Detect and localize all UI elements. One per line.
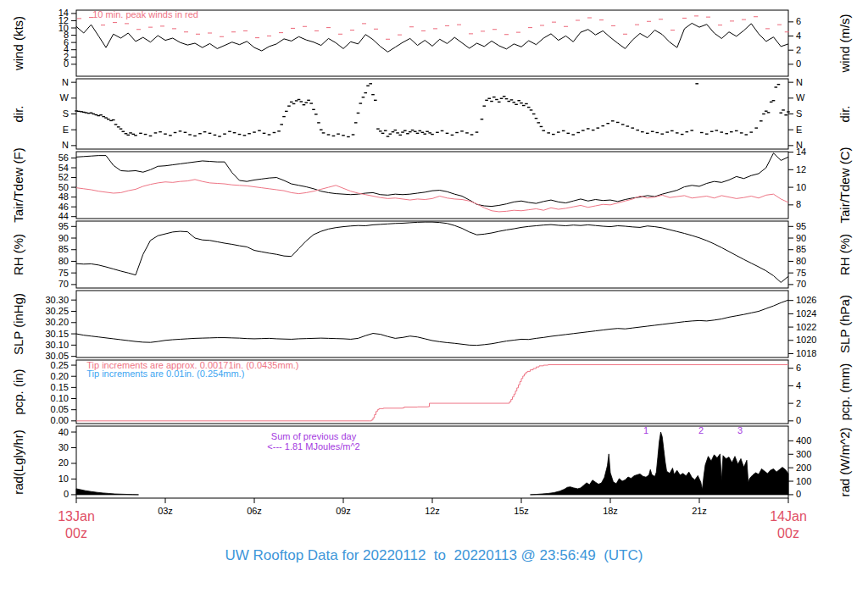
right-tick-label: 1026 xyxy=(796,295,816,305)
axis-title-right-rh: RH (%) xyxy=(837,234,852,275)
left-tick-label: 30.10 xyxy=(45,340,69,350)
annotation-rad: <--- 1.81 MJoules/m^2 xyxy=(267,441,359,452)
right-tick-label: 100 xyxy=(796,476,811,486)
right-tick-label: 1020 xyxy=(796,335,816,345)
right-tick-label: 14 xyxy=(796,147,806,157)
left-tick-label: W xyxy=(60,92,70,103)
chart-svg: 024681012140246wind (kts)wind (m/s)10 mi… xyxy=(0,0,868,546)
x-tick-label: 21z xyxy=(692,506,707,516)
x-tick-label: 12z xyxy=(425,506,440,516)
left-tick-label: 56 xyxy=(58,152,69,163)
panel-rad: 0102030400100200300400rad(Lgly/hr)rad (W… xyxy=(11,425,852,499)
left-tick-label: 14 xyxy=(58,8,69,18)
right-tick-label: W xyxy=(796,92,805,103)
axis-title-right-rad: rad (W/m^2) xyxy=(837,427,852,496)
left-tick-label: 0.10 xyxy=(51,393,69,403)
left-tick-label: 0 xyxy=(64,489,69,499)
x-date-label: 00z xyxy=(65,526,87,540)
annotation-rad: 1 xyxy=(643,425,648,435)
axis-title-right-temp: Tair/Tdew (C) xyxy=(837,147,852,223)
left-tick-label: 0.20 xyxy=(51,371,69,381)
x-date-label: 00z xyxy=(777,526,799,540)
left-tick-label: 30.25 xyxy=(45,306,69,316)
left-tick-label: 0.00 xyxy=(51,415,69,425)
annotation-rad: 2 xyxy=(698,425,704,435)
right-tick-label: 6 xyxy=(796,363,801,373)
panel-border xyxy=(76,79,788,149)
wind-avg-line xyxy=(76,23,788,52)
right-tick-label: 200 xyxy=(796,463,811,473)
right-tick-label: 0 xyxy=(796,58,801,69)
left-tick-label: 30.30 xyxy=(45,295,69,305)
right-tick-label: 90 xyxy=(796,233,806,243)
left-tick-label: 30.15 xyxy=(45,329,69,339)
right-tick-label: 75 xyxy=(796,268,806,278)
axis-title-right-wind: wind (m/s) xyxy=(837,14,852,73)
right-tick-label: 2 xyxy=(796,45,801,55)
right-tick-label: 0 xyxy=(796,489,801,499)
left-tick-label: 0.05 xyxy=(51,404,69,414)
left-tick-label: 85 xyxy=(58,244,69,254)
right-tick-label: 6 xyxy=(796,16,801,26)
annotation-rad: 3 xyxy=(737,425,743,435)
x-date-label: 13Jan xyxy=(58,509,95,524)
wind-peak-dashes xyxy=(77,16,789,39)
axis-title-right-slp: SLP (hPa) xyxy=(837,295,852,353)
panel-border xyxy=(76,152,788,219)
right-tick-label: 70 xyxy=(796,279,806,289)
annotation-rad: Sum of previous day xyxy=(271,431,357,441)
right-tick-label: 10 xyxy=(796,182,806,192)
right-tick-label: S xyxy=(796,108,802,119)
left-tick-label: 52 xyxy=(58,172,69,182)
wind-dir-points xyxy=(75,84,790,137)
right-tick-label: 80 xyxy=(796,256,806,266)
annotation-wind: 10 min. peak winds in red xyxy=(92,9,198,19)
left-tick-label: N xyxy=(62,140,69,150)
panel-pcp: 0.000.050.100.150.200.250246pcp. (in)pcp… xyxy=(11,360,852,426)
right-tick-label: 4 xyxy=(796,380,801,391)
right-tick-label: 2 xyxy=(796,398,801,408)
right-tick-label: 8 xyxy=(796,199,801,209)
tdew-line xyxy=(76,180,788,212)
axis-title-left-temp: Tair/Tdew (F) xyxy=(11,147,25,222)
panel-rh: 707580859095707580859095RH (%)RH (%) xyxy=(11,221,852,290)
x-axis: 03z06z09z12z15z18z21z13Jan00z14Jan00z xyxy=(58,498,807,540)
axis-title-left-slp: SLP (inHg) xyxy=(11,293,25,355)
x-date-label: 14Jan xyxy=(770,509,807,524)
left-tick-label: 10 xyxy=(58,474,69,484)
left-tick-label: N xyxy=(62,77,69,87)
left-tick-label: 0.25 xyxy=(51,360,69,370)
left-tick-label: 80 xyxy=(58,256,69,266)
right-tick-label: 4 xyxy=(796,30,801,41)
left-tick-label: 44 xyxy=(58,211,69,221)
right-tick-label: 12 xyxy=(796,164,806,175)
left-tick-label: 30.20 xyxy=(45,317,69,327)
right-tick-label: 1018 xyxy=(796,348,816,358)
left-tick-label: 54 xyxy=(58,163,69,173)
axis-title-left-wind: wind (kts) xyxy=(11,16,25,71)
left-tick-label: 75 xyxy=(58,268,69,278)
left-tick-label: 90 xyxy=(58,233,69,243)
axis-title-right-pcp: pcp. (mm) xyxy=(837,363,852,421)
left-tick-label: 30 xyxy=(58,442,69,452)
left-tick-label: 70 xyxy=(58,279,69,289)
left-tick-label: S xyxy=(63,108,69,119)
axis-title-right-dir: dir. xyxy=(837,105,852,122)
axis-title-left-rad: rad(Lgly/hr) xyxy=(11,430,25,495)
chart-title: UW Rooftop Data for 20220112 to 20220113… xyxy=(0,547,868,564)
panel-border xyxy=(76,291,788,357)
x-tick-label: 18z xyxy=(603,506,618,516)
right-tick-label: 85 xyxy=(796,244,806,254)
right-tick-label: 95 xyxy=(796,221,806,231)
rad-evening-area xyxy=(531,432,789,495)
right-tick-label: E xyxy=(796,125,802,135)
rh-line xyxy=(76,222,788,282)
axis-title-left-dir: dir. xyxy=(11,105,25,122)
right-tick-label: 300 xyxy=(796,449,811,459)
panel-dir: NESWNNESWNdir.dir. xyxy=(11,77,852,151)
left-tick-label: 50 xyxy=(58,182,69,192)
annotation-pcp: Tip increments are 0.01in. (0.254mm.) xyxy=(86,369,244,379)
weather-meteogram: 024681012140246wind (kts)wind (m/s)10 mi… xyxy=(0,0,868,593)
left-tick-label: 46 xyxy=(58,202,69,212)
right-tick-label: 400 xyxy=(796,435,811,446)
